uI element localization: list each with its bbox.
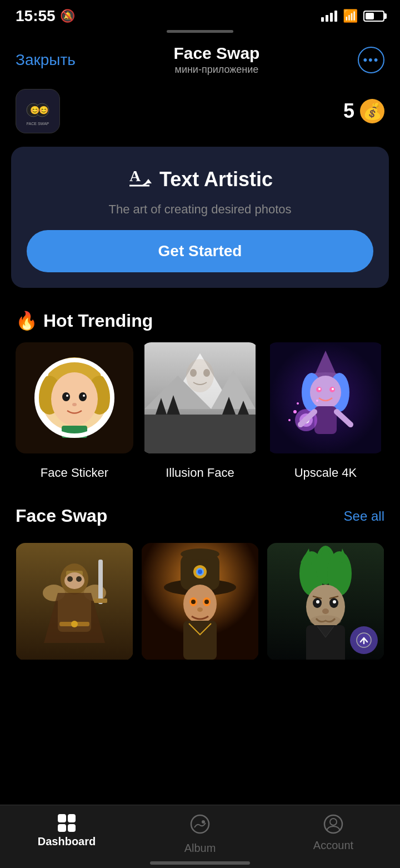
upscale-4k-thumb	[267, 342, 384, 460]
svg-rect-30	[144, 415, 256, 453]
face-swap-grid	[0, 543, 400, 672]
status-icons: 📶	[321, 9, 384, 23]
nav-album-label: Album	[184, 842, 216, 855]
svg-point-92	[316, 600, 319, 603]
face-swap-header: Face Swap See all	[16, 506, 384, 526]
nav-dashboard-label: Dashboard	[38, 835, 96, 848]
svg-text:FACE SWAP: FACE SWAP	[27, 122, 49, 126]
app-subtitle: мини-приложение	[173, 64, 259, 76]
svg-point-19	[72, 403, 77, 406]
header-title-block: Face Swap мини-приложение	[173, 44, 259, 76]
svg-point-14	[51, 372, 98, 426]
svg-marker-8	[145, 179, 152, 183]
svg-point-78	[191, 600, 196, 604]
signal-bars	[321, 11, 337, 22]
svg-point-49	[293, 410, 297, 413]
text-artistic-icon: A	[127, 164, 152, 194]
svg-point-80	[197, 607, 203, 612]
app-header: Закрыть Face Swap мини-приложение •••	[0, 39, 400, 84]
wifi-icon: 📶	[343, 9, 358, 23]
svg-point-75	[183, 585, 217, 623]
dashboard-icon	[58, 814, 76, 832]
app-logo: 😊 😊 FACE SWAP	[16, 89, 60, 133]
app-title: Face Swap	[173, 44, 259, 63]
svg-point-102	[202, 820, 205, 824]
svg-point-40	[310, 376, 341, 409]
svg-point-51	[288, 419, 291, 421]
svg-rect-65	[94, 598, 107, 603]
banner-title-row: A Text Artistic	[27, 164, 373, 194]
illusion-face-thumb	[141, 342, 259, 460]
album-icon	[190, 814, 210, 839]
svg-point-44	[332, 388, 334, 390]
banner-title: Text Artistic	[159, 168, 273, 191]
svg-point-43	[318, 388, 321, 390]
svg-point-28	[190, 369, 197, 377]
svg-point-96	[322, 608, 329, 614]
coins-count: 5	[343, 99, 354, 123]
trending-item-upscale-4k[interactable]: Upscale 4K	[267, 342, 384, 480]
svg-point-74	[198, 570, 202, 574]
feature-banner: A Text Artistic The art of creating desi…	[11, 147, 389, 288]
svg-point-104	[330, 819, 337, 825]
coin-icon: 💰	[360, 99, 384, 123]
svg-point-52	[316, 400, 318, 402]
trending-grid: Face Sticker	[16, 342, 384, 480]
hot-trending-section: 🔥 Hot Trending	[0, 299, 400, 486]
hot-trending-header: 🔥 Hot Trending	[16, 310, 384, 331]
svg-point-67	[71, 621, 78, 627]
fire-emoji: 🔥	[16, 310, 38, 331]
svg-point-62	[67, 576, 73, 582]
face-sticker-label: Face Sticker	[41, 466, 108, 480]
svg-point-18	[83, 395, 85, 397]
face-swap-item-joker[interactable]	[267, 543, 384, 661]
svg-point-16	[79, 392, 87, 401]
account-icon	[323, 814, 343, 836]
drag-handle	[167, 30, 233, 33]
battery-icon	[363, 11, 384, 22]
svg-point-61	[64, 572, 84, 589]
svg-rect-64	[98, 560, 103, 604]
face-swap-title: Face Swap	[16, 506, 107, 526]
more-dots-icon: •••	[363, 53, 379, 67]
svg-point-27	[186, 359, 214, 392]
svg-text:😊: 😊	[39, 106, 49, 115]
nav-dashboard[interactable]: Dashboard	[0, 814, 133, 855]
app-logo-row: 😊 😊 FACE SWAP 5 💰	[0, 84, 400, 142]
nav-album[interactable]: Album	[133, 814, 267, 855]
home-indicator	[150, 861, 250, 865]
svg-point-29	[203, 369, 210, 377]
hot-trending-title: 🔥 Hot Trending	[16, 310, 153, 331]
mute-icon: 🔕	[60, 9, 75, 23]
svg-rect-81	[183, 621, 217, 660]
get-started-button[interactable]: Get Started	[27, 230, 373, 272]
trending-item-face-sticker[interactable]: Face Sticker	[16, 342, 133, 480]
status-bar: 15:55 🔕 📶	[0, 0, 400, 30]
bottom-nav: Dashboard Album Account	[0, 805, 400, 868]
illusion-face-label: Illusion Face	[166, 466, 234, 480]
coins-row: 5 💰	[343, 99, 384, 123]
face-sticker-thumb	[16, 342, 133, 460]
upscale-4k-label: Upscale 4K	[294, 466, 357, 480]
svg-point-79	[204, 600, 209, 604]
svg-point-101	[191, 815, 209, 833]
svg-point-93	[333, 600, 336, 603]
scroll-up-button[interactable]	[350, 626, 378, 654]
svg-point-63	[76, 576, 82, 582]
face-swap-item-warrior[interactable]	[16, 543, 133, 661]
svg-point-71	[181, 548, 219, 560]
svg-point-50	[297, 402, 299, 405]
see-all-button[interactable]: See all	[344, 508, 384, 524]
trending-item-illusion-face[interactable]: Illusion Face	[141, 342, 259, 480]
svg-point-97	[310, 615, 341, 626]
svg-text:A: A	[129, 167, 141, 184]
nav-account[interactable]: Account	[267, 814, 400, 855]
svg-point-15	[62, 392, 70, 401]
face-swap-item-cowboy[interactable]	[141, 543, 259, 661]
face-swap-section: Face Swap See all	[0, 495, 400, 543]
nav-account-label: Account	[313, 839, 353, 852]
svg-point-17	[66, 395, 68, 397]
status-time: 15:55	[16, 7, 56, 25]
more-button[interactable]: •••	[358, 47, 384, 73]
close-button[interactable]: Закрыть	[16, 51, 76, 69]
